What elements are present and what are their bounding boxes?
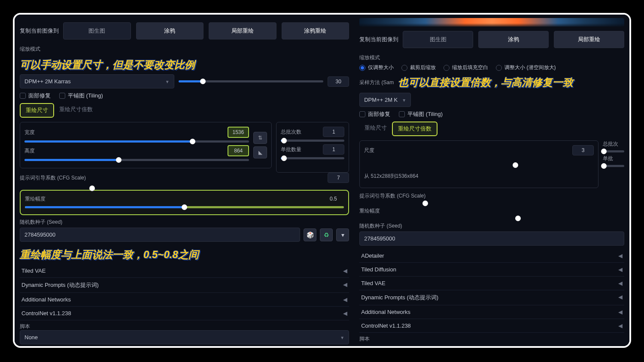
denoise-highlight: 重绘幅度0.5: [20, 190, 349, 215]
accordion-adetailer[interactable]: ADetailer◀: [359, 249, 624, 263]
chevron-left-icon: ◀: [618, 322, 623, 329]
seed-random-button[interactable]: 🎲: [304, 228, 316, 241]
tiling-label: 平铺图 (Tiling): [68, 92, 103, 100]
annotation-manual-size: 可以手动设置尺寸，但是不要改变比例: [20, 58, 349, 72]
accordion-tiled-vae-r[interactable]: Tiled VAE◀: [359, 277, 624, 290]
sampling-method-select-r[interactable]: DPM++ 2M K: [359, 93, 411, 107]
accordion-additional-networks[interactable]: Additional Networks◀: [20, 293, 349, 307]
accordion-dynamic-prompts[interactable]: Dynamic Prompts (动态提示词)◀: [20, 278, 349, 293]
batch-count-label: 总批次数: [281, 128, 301, 136]
width-label: 宽度: [24, 129, 35, 136]
tab-resize-multiplier[interactable]: 重绘尺寸倍数: [54, 103, 98, 118]
seed-reuse-button[interactable]: ♻: [320, 228, 333, 241]
tiling-check-r[interactable]: [399, 111, 405, 117]
copy-btn-inpaint-r[interactable]: 局部重绘: [554, 31, 624, 48]
scale-label: 尺度: [364, 147, 374, 154]
face-restore-check-r[interactable]: [359, 111, 365, 117]
accordion-dynamic-prompts-r[interactable]: Dynamic Prompts (动态提示词)◀: [359, 290, 624, 305]
accordion-tiled-diffusion[interactable]: Tiled Diffusion◀: [359, 263, 624, 277]
chevron-left-icon: ◀: [618, 280, 623, 286]
width-value[interactable]: 1536: [228, 127, 249, 138]
denoise-label-r: 重绘幅度: [359, 207, 624, 215]
denoise-label: 重绘幅度: [25, 195, 46, 203]
seed-input[interactable]: 2784595000: [20, 228, 300, 242]
accordion-tiled-vae[interactable]: Tiled VAE◀: [20, 264, 349, 278]
batch-size-slider[interactable]: [281, 157, 344, 159]
height-value[interactable]: 864: [228, 145, 249, 156]
batch-count-value[interactable]: 1: [323, 127, 344, 137]
batch-size-label-r: 单批: [603, 155, 624, 162]
seed-input-r[interactable]: 2784595000: [359, 231, 624, 246]
batch-size-slider-r[interactable]: [603, 165, 624, 167]
accordion-controlnet-r[interactable]: ControlNet v1.1.238◀: [359, 319, 624, 333]
batch-count-slider-r[interactable]: [603, 150, 624, 152]
script-label-r: 脚本: [359, 335, 624, 343]
resize-mode-latent[interactable]: [496, 65, 502, 71]
batch-count-slider[interactable]: [281, 140, 344, 142]
tab-resize-multiplier-r[interactable]: 重绘尺寸倍数: [392, 122, 437, 136]
sampling-steps-slider[interactable]: [179, 80, 324, 82]
copy-btn-inpaint-sketch[interactable]: 涂鸦重绘: [282, 22, 349, 40]
tab-resize[interactable]: 重绘尺寸: [20, 103, 54, 118]
image-preview-right: [359, 18, 624, 27]
chevron-left-icon: ◀: [618, 252, 623, 259]
scale-value[interactable]: 3: [572, 145, 594, 155]
face-restore-check[interactable]: [20, 93, 26, 99]
copy-label-r: 复制当前图像到: [359, 36, 398, 43]
resize-mode-crop[interactable]: [401, 65, 407, 71]
denoise-slider[interactable]: [25, 206, 344, 208]
cfg-label-r: 提示词引导系数 (CFG Scale): [359, 192, 624, 200]
chevron-left-icon: ◀: [618, 294, 623, 301]
sampling-method-select[interactable]: DPM++ 2M Karras: [20, 74, 174, 88]
swap-dimensions-button[interactable]: ⇅: [253, 132, 267, 144]
annotation-denoise-range: 重绘幅度与上面说法一致，0.5~0.8之间: [20, 248, 349, 262]
height-label: 高度: [24, 147, 35, 155]
tiling-check[interactable]: [59, 93, 65, 99]
resize-mode-just[interactable]: [359, 65, 365, 71]
copy-btn-img2img-r[interactable]: 图生图: [403, 31, 473, 48]
cfg-label: 提示词引导系数 (CFG Scale): [20, 174, 86, 182]
zoom-mode-label: 缩放模式: [20, 46, 349, 53]
copy-label: 复制当前图像到: [20, 27, 59, 35]
sampling-label-r: 采样方法 (Sam: [359, 79, 394, 86]
accordion-additional-networks-r[interactable]: Additional Networks◀: [359, 305, 624, 319]
copy-btn-img2img[interactable]: 图生图: [63, 22, 131, 40]
chevron-left-icon: ◀: [343, 281, 347, 289]
batch-size-value[interactable]: 1: [323, 144, 344, 155]
face-restore-label: 面部修复: [28, 92, 51, 100]
resize-mode-fill[interactable]: [444, 65, 450, 71]
seed-extra-toggle[interactable]: ▾: [336, 228, 349, 241]
width-slider[interactable]: [24, 140, 249, 143]
chevron-left-icon: ◀: [618, 309, 623, 315]
copy-btn-inpaint[interactable]: 局部重绘: [209, 22, 276, 40]
sampling-steps-value[interactable]: 30: [328, 76, 349, 87]
chevron-left-icon: ◀: [618, 266, 623, 273]
chevron-left-icon: ◀: [343, 268, 347, 274]
copy-btn-sketch-r[interactable]: 涂鸦: [478, 31, 549, 48]
script-select[interactable]: None: [20, 330, 349, 344]
cfg-value[interactable]: 7: [328, 173, 349, 183]
chevron-left-icon: ◀: [343, 310, 347, 316]
tab-resize-r[interactable]: 重绘尺寸: [359, 122, 392, 136]
annotation-multiplier: 也可以直接设置倍数，与高清修复一致: [398, 76, 624, 89]
seed-label-r: 随机数种子 (Seed): [359, 222, 624, 230]
denoise-value[interactable]: 0.5: [322, 194, 344, 204]
copy-btn-sketch[interactable]: 涂鸦: [136, 22, 204, 40]
zoom-mode-label-r: 缩放模式: [359, 54, 624, 61]
chevron-left-icon: ◀: [343, 296, 347, 303]
height-slider[interactable]: [24, 159, 249, 161]
seed-label: 随机数种子 (Seed): [20, 219, 349, 226]
batch-count-label-r: 总批次: [603, 140, 624, 148]
aspect-lock-button[interactable]: ◣: [253, 146, 267, 158]
scale-range-text: 从 512x288到1536x864: [364, 173, 594, 180]
accordion-controlnet[interactable]: ControlNet v1.1.238◀: [20, 307, 349, 320]
script-label: 脚本: [20, 323, 349, 330]
batch-size-label: 单批数量: [281, 146, 301, 153]
